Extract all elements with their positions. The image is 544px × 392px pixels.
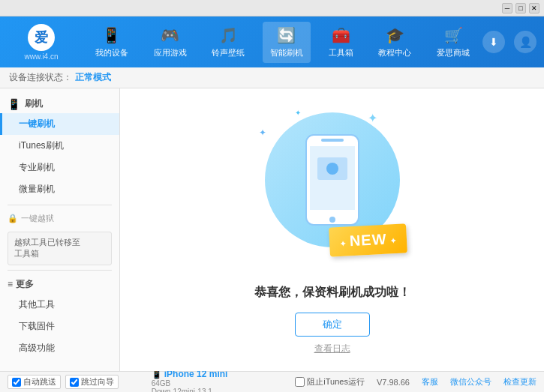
more-icon: ≡ [8,279,13,289]
sidebar-item-pro-flash[interactable]: 专业刷机 [0,157,119,178]
nav-my-device-label: 我的设备 [95,47,128,58]
nav-ringtone-label: 铃声壁纸 [212,47,245,58]
new-badge: NEW [329,223,407,256]
logo-icon: 爱 [28,24,55,51]
sidebar-item-micro-flash[interactable]: 微量刷机 [0,178,119,200]
header: 爱 www.i4.cn 📱 我的设备 🎮 应用游戏 🎵 铃声壁纸 🔄 智能刷机 … [0,16,544,67]
device-info-section: 📱 iPhone 12 mini 64GB Down-12mini-13,1 [152,369,296,393]
status-bar: 设备连接状态： 正常模式 [0,67,544,88]
nav-appstore-label: 爱思商城 [437,47,470,58]
nav-ringtone[interactable]: 🎵 铃声壁纸 [204,22,252,63]
auto-send-checkbox[interactable]: 自动跳送 [8,375,61,389]
auto-send-label: 自动跳送 [23,376,56,388]
phone-illustration [302,131,362,229]
customer-service-link[interactable]: 客服 [422,376,438,388]
user-button[interactable]: 👤 [514,31,536,53]
nav-apps-games[interactable]: 🎮 应用游戏 [146,22,194,63]
version-label: V7.98.66 [377,378,410,387]
tutorial-icon: 🎓 [386,26,404,44]
smart-flash-icon: 🔄 [277,26,296,44]
main-content: ✦ ✦ ✦ NEW 恭喜您，保资料刷机成功啦！ 确定 查看日志 [120,88,544,371]
sparkle-1: ✦ [368,111,377,125]
sidebar-section-flash: 📱 刷机 [0,94,119,113]
flash-section-icon: 📱 [8,98,20,110]
nav-apps-games-label: 应用游戏 [154,47,187,58]
check-update-link[interactable]: 检查更新 [503,376,536,388]
svg-point-5 [326,163,338,175]
nav-smart-flash-label: 智能刷机 [270,47,303,58]
sidebar: 📱 刷机 一键刷机 iTunes刷机 专业刷机 微量刷机 🔒 一键越狱 越狱工具… [0,88,120,371]
main-layout: 📱 刷机 一键刷机 iTunes刷机 专业刷机 微量刷机 🔒 一键越狱 越狱工具… [0,88,544,371]
bottom-left: 自动跳送 跳过向导 [8,375,152,389]
sidebar-item-other-tools[interactable]: 其他工具 [0,294,119,316]
sidebar-item-one-click-flash[interactable]: 一键刷机 [0,113,119,135]
close-button[interactable]: ✕ [529,3,539,13]
status-label: 设备连接状态： [9,71,72,84]
sidebar-notice: 越狱工具已转移至工具箱 [8,232,112,265]
nav-my-device[interactable]: 📱 我的设备 [88,22,136,63]
sidebar-item-advanced[interactable]: 高级功能 [0,337,119,359]
skip-wizard-input[interactable] [70,378,79,387]
minimize-button[interactable]: ─ [502,3,512,13]
sidebar-locked-jailbreak: 🔒 一键越狱 [0,210,119,227]
sidebar-item-download-firmware[interactable]: 下载固件 [0,316,119,337]
sidebar-more-section: ≡ 更多 [0,275,119,294]
confirm-button[interactable]: 确定 [295,313,370,337]
window-controls[interactable]: ─ □ ✕ [502,3,539,13]
my-device-icon: 📱 [102,26,121,44]
apps-games-icon: 🎮 [161,26,179,44]
sidebar-divider-2 [8,270,112,271]
auto-send-input[interactable] [12,378,21,387]
stop-itunes: 阻止iTunes运行 [295,376,365,388]
svg-point-3 [329,217,335,223]
nav-tutorial-label: 教程中心 [378,47,411,58]
success-illustration: ✦ ✦ ✦ NEW [257,105,407,270]
wechat-official-link[interactable]: 微信公众号 [450,376,491,388]
sparkle-2: ✦ [259,127,266,138]
device-firmware: 64GB Down-12mini-13,1 [152,379,296,393]
logo-url: www.i4.cn [24,52,58,61]
nav-items: 📱 我的设备 🎮 应用游戏 🎵 铃声壁纸 🔄 智能刷机 🧰 工具箱 🎓 教程中心… [83,22,482,63]
nav-toolbox[interactable]: 🧰 工具箱 [321,22,361,63]
lock-icon: 🔒 [8,214,18,223]
nav-smart-flash[interactable]: 🔄 智能刷机 [263,22,311,63]
bottom-bar: 自动跳送 跳过向导 📱 iPhone 12 mini 64GB Down-12m… [0,371,544,392]
maximize-button[interactable]: □ [515,3,526,13]
bottom-right: 阻止iTunes运行 V7.98.66 客服 微信公众号 检查更新 [295,376,536,388]
title-bar: ─ □ ✕ [0,0,544,16]
appstore-icon: 🛒 [444,26,463,44]
header-right: ⬇ 👤 [482,31,536,53]
logo[interactable]: 爱 www.i4.cn [8,24,75,61]
sidebar-divider-1 [8,205,112,205]
skip-wizard-label: 跳过向导 [81,376,114,388]
status-value: 正常模式 [75,71,111,84]
stop-itunes-checkbox[interactable] [295,377,305,387]
success-message: 恭喜您，保资料刷机成功啦！ [254,285,410,301]
flash-section-label: 刷机 [25,97,43,110]
skip-wizard-checkbox[interactable]: 跳过向导 [65,375,119,389]
ringtone-icon: 🎵 [219,26,238,44]
toolbox-icon: 🧰 [332,26,350,44]
nav-appstore[interactable]: 🛒 爱思商城 [429,22,477,63]
download-button[interactable]: ⬇ [482,31,505,53]
nav-tutorial[interactable]: 🎓 教程中心 [371,22,419,63]
nav-toolbox-label: 工具箱 [329,47,353,58]
sidebar-item-itunes-flash[interactable]: iTunes刷机 [0,135,119,157]
re-flash-link[interactable]: 查看日志 [314,343,350,355]
sparkle-3: ✦ [295,109,301,117]
svg-rect-2 [321,139,344,142]
